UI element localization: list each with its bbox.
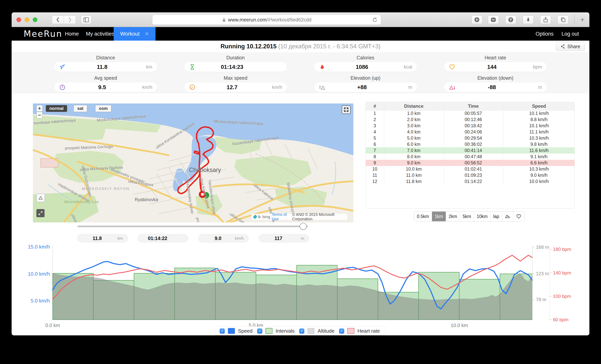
refresh-icon <box>372 17 378 23</box>
legend-swatch-altitude <box>308 328 315 334</box>
forward-button[interactable] <box>64 16 76 24</box>
nav-options[interactable]: Options <box>536 27 554 41</box>
route-map[interactable]: kovskaya naberezhnayaMoskovskaya naberez… <box>33 104 353 222</box>
sidebar-icon <box>83 17 89 22</box>
slider-handle[interactable] <box>300 223 307 230</box>
zoom-window-button[interactable] <box>33 17 37 22</box>
workout-chart[interactable]: 5.0 km/h10.0 km/h15.0 km/h0.0 km5.0 km10… <box>12 244 589 335</box>
map-fullscreen-button[interactable] <box>342 105 351 114</box>
interval-button-5km[interactable]: 5km <box>460 211 474 221</box>
stat-heart-rate: Heart rate 144 bpm <box>431 55 560 72</box>
tabs-icon <box>560 17 566 23</box>
map-expand-button[interactable] <box>36 209 45 217</box>
nav-logout[interactable]: Log out <box>561 27 579 41</box>
legend-swatch-heart <box>347 328 354 334</box>
x-axis-label: 0.0 km <box>45 323 60 328</box>
table-row[interactable]: 33.0 km00:18:4210.1 km/h <box>366 123 575 129</box>
interval-button-0.5km[interactable]: 0.5km <box>414 211 432 221</box>
workout-header: Running 10.12.2015 (10 декабря 2015 г. -… <box>12 41 589 52</box>
chart-legend: ✓Speed✓Intervals✓Altitude✓Heart rate <box>216 326 385 335</box>
table-row[interactable]: 99.0 km00:56:526.6 km/h <box>366 160 575 166</box>
table-row[interactable]: 77.0 km00:41:1411.6 km/h <box>366 147 575 153</box>
table-row[interactable]: 66.0 km00:36:029.8 km/h <box>366 141 575 147</box>
tab-overview-button[interactable] <box>558 16 569 24</box>
password-extension-button[interactable] <box>505 16 516 24</box>
new-tab-button[interactable]: + <box>577 16 588 24</box>
map-zoom-out-button[interactable]: − <box>36 112 43 119</box>
col-speed[interactable]: Speed <box>503 102 575 110</box>
chevron-right-icon <box>68 17 72 23</box>
pocket-extension-button[interactable] <box>488 16 499 24</box>
map-elevation-button[interactable] <box>36 194 45 202</box>
bpm-axis-label: 100 bpm <box>553 294 571 299</box>
bpm-axis-label: 180 bpm <box>553 247 571 252</box>
interval-button-lap[interactable]: lap <box>490 211 502 221</box>
copyright-text: © AND © 2015 Microsoft Corporation <box>292 212 345 221</box>
close-window-button[interactable] <box>16 17 21 22</box>
minimize-window-button[interactable] <box>25 17 29 22</box>
speed-axis-label: 5.0 km/h <box>30 298 50 304</box>
map-layer-normal-button[interactable]: normal <box>46 105 67 112</box>
table-row[interactable]: 44.0 km00:24:0611.1 km/h <box>366 129 575 135</box>
map-layer-sat-button[interactable]: sat <box>74 105 87 112</box>
legend-label: Intervals <box>276 328 294 334</box>
interval-button-mountain-icon[interactable] <box>502 211 513 221</box>
playback-slider[interactable] <box>78 226 308 227</box>
bold-down-arrow-icon <box>525 17 531 23</box>
col-distance[interactable]: Distance <box>384 102 444 110</box>
map-layer-osm-button[interactable]: osm <box>95 105 111 112</box>
table-row[interactable]: 11.0 km00:05:5710.1 km/h <box>366 110 575 116</box>
interval-button-2km[interactable]: 2km <box>446 211 460 221</box>
hourglass-icon <box>189 64 196 70</box>
readout-time: 01:14:22 <box>138 234 188 242</box>
map-label: Cheboksary <box>189 166 221 173</box>
interval-button-1km[interactable]: 1km <box>432 211 446 221</box>
share-icon <box>560 44 565 49</box>
nav-tab-workout[interactable]: Workout✕ <box>114 27 155 41</box>
stat-avg-speed: Avg speed 9.5 km/h <box>41 75 170 92</box>
legend-checkbox-altitude[interactable]: ✓ <box>299 328 305 334</box>
stat-max-speed: Max speed 12.7 km/h <box>170 75 300 92</box>
nav-tab-home[interactable]: Home <box>63 27 80 41</box>
nav-tab-my-activities[interactable]: My activities <box>86 27 115 41</box>
table-row[interactable]: 55.0 km00:29:5410.3 km/h <box>366 135 575 141</box>
altitude-axis-label: 79 m <box>536 297 546 302</box>
table-row[interactable]: 1211.8 km01:14:2210.0 km/h <box>366 178 575 184</box>
speed-axis-label: 10.0 km/h <box>28 271 50 277</box>
table-row[interactable]: 1010.0 km01:02:4110.3 km/h <box>366 166 575 172</box>
terms-of-use-link[interactable]: Terms of Use <box>272 212 291 221</box>
col-number[interactable]: # <box>366 102 384 110</box>
url-bar[interactable]: www.meerun.com/#!workout/6ed62cdd <box>152 15 381 25</box>
slider-readouts: 11.8km 01:14:22 9.0km/h 117m <box>78 234 312 242</box>
download-manager-button[interactable] <box>471 16 482 24</box>
meerun-logo[interactable]: MeeRun <box>24 27 62 41</box>
readout-distance: 11.8km <box>78 234 128 242</box>
refresh-button[interactable] <box>372 17 378 24</box>
close-tab-icon[interactable]: ✕ <box>145 31 149 37</box>
table-row[interactable]: 22.0 km00:12:468.8 km/h <box>366 116 575 123</box>
sidebar-toggle-button[interactable] <box>81 16 91 24</box>
map-label: Ryabinovka <box>135 197 158 202</box>
stat-elevation-down: Elevation (down) -88 m <box>431 75 560 92</box>
stat-elevation-up: Elevation (up) +88 m <box>300 75 431 92</box>
interval-button-heart-icon[interactable] <box>513 211 524 221</box>
legend-checkbox-heart[interactable]: ✓ <box>339 328 344 334</box>
legend-checkbox-speed[interactable]: ✓ <box>220 328 225 334</box>
legend-checkbox-intervals[interactable]: ✓ <box>257 328 262 334</box>
download-arrow-button[interactable] <box>523 16 534 24</box>
app-navbar: MeeRun Home My activities Workout✕ Optio… <box>12 27 589 41</box>
altitude-axis-label: 168 m <box>536 244 549 250</box>
readout-speed: 9.0km/h <box>198 234 249 242</box>
share-button[interactable]: Share <box>556 42 585 51</box>
map-zoom-in-button[interactable]: + <box>36 105 43 112</box>
table-row[interactable]: 88.0 km00:47:489.1 km/h <box>366 153 575 160</box>
bing-label: bing <box>262 214 270 219</box>
heart-icon <box>449 64 455 70</box>
table-row[interactable]: 1111.0 km01:09:239.0 km/h <box>366 172 575 178</box>
interval-button-10km[interactable]: 10km <box>474 211 490 221</box>
back-button[interactable] <box>52 16 64 24</box>
share-page-button[interactable] <box>540 16 551 24</box>
legend-label: Altitude <box>318 328 335 334</box>
stats-panel: Distance 11.8 km Duration 01:14:23 Calor… <box>12 52 589 93</box>
col-time[interactable]: Time <box>444 102 503 110</box>
